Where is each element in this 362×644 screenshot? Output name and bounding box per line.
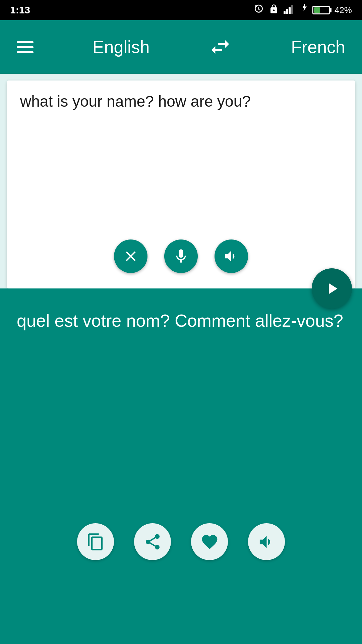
svg-rect-0 (284, 11, 286, 14)
charging-icon (300, 4, 308, 17)
translated-text: quel est votre nom? Comment allez-vous? (17, 309, 345, 510)
toolbar: English French (0, 20, 362, 74)
input-controls (20, 239, 342, 276)
translate-button[interactable] (312, 268, 352, 309)
speak-input-button[interactable] (215, 239, 248, 273)
speak-output-button[interactable] (248, 523, 285, 560)
menu-button[interactable] (17, 41, 34, 53)
clear-button[interactable] (114, 239, 147, 273)
input-wrapper (0, 74, 362, 288)
alarm-icon (253, 4, 264, 17)
signal-icon (284, 4, 296, 17)
microphone-button[interactable] (164, 239, 198, 273)
swap-languages-button[interactable] (208, 35, 232, 59)
output-controls (17, 523, 345, 574)
main-content: quel est votre nom? Comment allez-vous? (0, 74, 362, 644)
svg-rect-2 (289, 7, 291, 14)
status-time: 1:13 (10, 4, 30, 16)
source-text-input[interactable] (20, 91, 342, 231)
copy-button[interactable] (77, 523, 114, 560)
svg-rect-3 (291, 5, 293, 14)
battery-percentage: 42% (335, 5, 352, 15)
output-section: quel est votre nom? Comment allez-vous? (0, 288, 362, 644)
favorite-button[interactable] (191, 523, 228, 560)
share-button[interactable] (134, 523, 171, 560)
source-language[interactable]: English (93, 37, 150, 57)
status-bar: 1:13 42% (0, 0, 362, 20)
sim-icon (269, 4, 279, 16)
target-language[interactable]: French (291, 37, 345, 57)
input-section (7, 80, 355, 288)
status-icons: 42% (253, 4, 352, 17)
svg-rect-1 (286, 9, 288, 14)
battery-icon (312, 6, 330, 14)
